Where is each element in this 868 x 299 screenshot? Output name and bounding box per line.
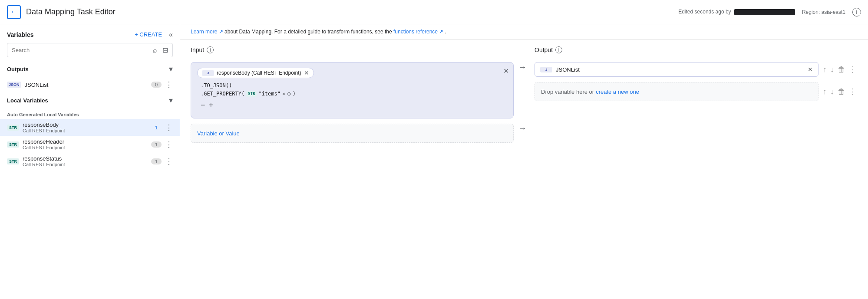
region-text: Region: asia-east1: [802, 9, 845, 15]
info-icon[interactable]: i: [852, 8, 861, 16]
response-status-name: responseStatus: [23, 155, 65, 162]
input-label: Input: [191, 46, 204, 53]
create-new-link[interactable]: create a new one: [596, 89, 639, 95]
info-banner: Learn more ↗ about Data Mapping. For a d…: [180, 24, 868, 39]
response-header-type-badge: STR: [7, 141, 19, 148]
output-down-button[interactable]: ↓: [829, 64, 835, 75]
output-info-icon[interactable]: i: [555, 46, 562, 53]
local-variables-section-header[interactable]: Local Variables ▾: [0, 92, 180, 108]
jsonlist-item[interactable]: JSON JSONList 0 ⋮: [0, 77, 180, 92]
drop-down-button[interactable]: ↓: [829, 86, 835, 97]
outputs-chevron-icon: ▾: [169, 64, 173, 74]
auto-generated-label: Auto Generated Local Variables: [0, 108, 180, 119]
top-header: ← Data Mapping Task Editor Edited second…: [0, 0, 868, 24]
output-delete-button[interactable]: 🗑: [837, 64, 846, 75]
drop-delete-button[interactable]: 🗑: [837, 86, 846, 97]
jsonlist-more-icon[interactable]: ⋮: [165, 80, 173, 89]
expr-header: J responseBody (Call REST Endpoint) ✕ ✕: [197, 68, 507, 78]
expression-box: J responseBody (Call REST Endpoint) ✕ ✕ …: [191, 62, 514, 118]
add-expr-icon[interactable]: +: [209, 101, 214, 110]
response-status-type-badge: STR: [7, 158, 19, 164]
output-actions: ↑ ↓ 🗑 ⋮: [822, 64, 858, 75]
response-status-subtitle: Call REST Endpoint: [23, 162, 65, 167]
input-info-icon[interactable]: i: [207, 46, 214, 53]
response-header-item[interactable]: STR responseHeader Call REST Endpoint 1 …: [0, 136, 180, 153]
mapping-area: Input i J responseBody (Call REST Endpoi…: [180, 39, 868, 299]
sidebar: Variables + CREATE « ⌕ ⊟ Outputs ▾ JSON …: [0, 24, 180, 299]
response-status-item[interactable]: STR responseStatus Call REST Endpoint 1 …: [0, 153, 180, 170]
output-section: Output i J JSONList ✕ ↑ ↓ 🗑 ⋮: [531, 46, 858, 292]
banner-period: .: [445, 29, 446, 35]
collapse-icon[interactable]: «: [169, 31, 173, 39]
output-label: Output: [535, 46, 553, 53]
response-body-more-icon[interactable]: ⋮: [165, 123, 173, 132]
local-variables-chevron-icon: ▾: [169, 95, 173, 105]
output-drop-actions: ↑ ↓ 🗑 ⋮: [822, 86, 858, 97]
string-value: "items": [258, 91, 281, 97]
header-left: ← Data Mapping Task Editor: [7, 5, 116, 19]
expr-box-close-icon[interactable]: ✕: [503, 67, 509, 75]
input-label-row: Input i: [191, 46, 514, 53]
expr-line-1: .TO_JSON(): [197, 82, 507, 89]
outputs-section-title: Outputs: [7, 66, 29, 72]
output-tag-box: J JSONList ✕: [535, 62, 818, 77]
response-header-count: 1: [151, 141, 162, 148]
remove-expr-icon[interactable]: −: [201, 101, 205, 110]
expr-line-2: .GET_PROPERTY( STR "items" ✕ ⊕ ): [197, 89, 507, 98]
expr-tag-close-icon[interactable]: ✕: [304, 69, 309, 76]
page-title: Data Mapping Task Editor: [26, 7, 116, 16]
response-body-name: responseBody: [23, 122, 65, 128]
sidebar-header: Variables + CREATE «: [0, 24, 180, 43]
create-button[interactable]: + CREATE: [131, 30, 165, 39]
get-property-prefix: .GET_PROPERTY(: [201, 91, 244, 97]
output-tag-label: JSONList: [556, 66, 580, 73]
arrow-right-icon-1: →: [518, 62, 527, 72]
output-row-1: J JSONList ✕ ↑ ↓ 🗑 ⋮: [535, 62, 858, 77]
response-status-more-icon[interactable]: ⋮: [165, 157, 173, 166]
jsonlist-name: JSONList: [25, 82, 49, 88]
output-label-row: Output i: [535, 46, 858, 53]
response-header-left: STR responseHeader Call REST Endpoint: [7, 138, 65, 150]
jsonlist-count: 0: [151, 82, 162, 88]
search-icon: ⌕: [153, 46, 157, 54]
response-status-left: STR responseStatus Call REST Endpoint: [7, 155, 65, 167]
jsonlist-item-left: JSON JSONList: [7, 82, 48, 88]
response-body-item[interactable]: STR responseBody Call REST Endpoint 1 ⋮: [0, 119, 180, 136]
output-up-button[interactable]: ↑: [822, 64, 828, 75]
content-area: Learn more ↗ about Data Mapping. For a d…: [180, 24, 868, 299]
local-variables-section-title: Local Variables: [7, 97, 48, 104]
response-header-name: responseHeader: [23, 138, 65, 145]
drop-zone-text: Drop variable here or: [541, 89, 594, 95]
input-section: Input i J responseBody (Call REST Endpoi…: [191, 46, 514, 292]
expr-tag-label: responseBody (Call REST Endpoint): [217, 70, 301, 76]
filter-icon[interactable]: ⊟: [162, 46, 168, 54]
str-chip: STR: [246, 91, 257, 97]
response-header-more-icon[interactable]: ⋮: [165, 140, 173, 149]
jsonlist-item-right: 0 ⋮: [151, 80, 173, 89]
arrow-column: → →: [514, 46, 531, 292]
response-header-subtitle: Call REST Endpoint: [23, 145, 65, 150]
response-body-right: 1 ⋮: [151, 123, 173, 132]
main-layout: Variables + CREATE « ⌕ ⊟ Outputs ▾ JSON …: [0, 24, 868, 299]
search-input[interactable]: [12, 47, 149, 53]
functions-reference-link[interactable]: functions reference ↗: [393, 29, 443, 35]
learn-more-link[interactable]: Learn more ↗: [191, 29, 223, 35]
response-body-type-badge: STR: [7, 125, 19, 131]
arrow-right-icon-2: →: [518, 123, 527, 133]
back-button[interactable]: ←: [7, 5, 21, 19]
items-chip-close-icon[interactable]: ✕: [282, 91, 285, 97]
output-more-button[interactable]: ⋮: [848, 64, 858, 75]
get-property-suffix: ): [293, 91, 296, 97]
outputs-section-header[interactable]: Outputs ▾: [0, 61, 180, 77]
expr-tag: J responseBody (Call REST Endpoint) ✕: [197, 68, 314, 78]
header-right: Edited seconds ago by Region: asia-east1…: [678, 8, 861, 16]
drop-up-button[interactable]: ↑: [822, 86, 828, 97]
redacted-user: [734, 9, 795, 15]
drop-more-button[interactable]: ⋮: [848, 86, 858, 97]
output-row-2: Drop variable here or create a new one ↑…: [535, 82, 858, 101]
drop-zone[interactable]: Drop variable here or create a new one: [535, 82, 818, 101]
response-body-subtitle: Call REST Endpoint: [23, 128, 65, 133]
variable-or-value-drop[interactable]: Variable or Value: [191, 124, 514, 143]
add-property-icon[interactable]: ⊕: [287, 90, 290, 97]
output-tag-close-icon[interactable]: ✕: [808, 66, 813, 73]
